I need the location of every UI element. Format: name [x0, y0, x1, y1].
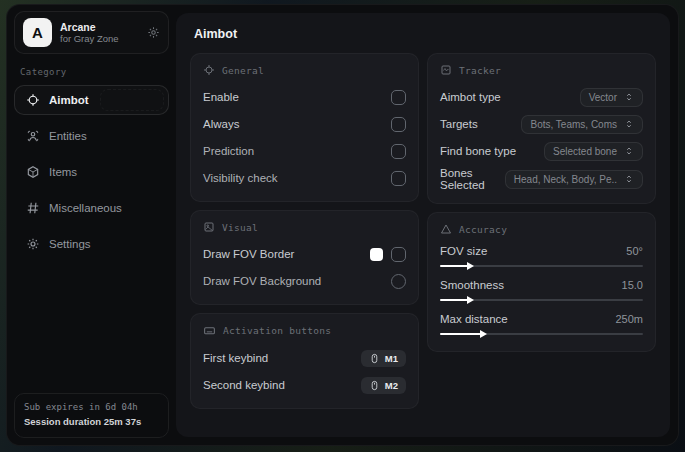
activity-icon — [440, 64, 452, 76]
app-window: A Arcane for Gray Zone Category — [6, 4, 679, 446]
mouse-icon — [369, 380, 380, 391]
keyboard-icon — [203, 324, 216, 337]
accuracy-card: Accuracy FOV size 50° — [427, 212, 656, 352]
bones-selected-dropdown[interactable]: Head, Neck, Body, Pe.. — [505, 170, 643, 189]
page-title: Aimbot — [194, 27, 656, 41]
second-keybind-row: Second keybind M2 — [203, 374, 406, 396]
visibility-check-label: Visibility check — [203, 172, 278, 184]
sidebar-item-settings[interactable]: Settings — [14, 229, 169, 259]
image-icon — [203, 221, 215, 233]
find-bone-type-label: Find bone type — [440, 145, 516, 157]
first-keybind-label: First keybind — [203, 352, 268, 364]
enable-label: Enable — [203, 91, 239, 103]
gear-icon — [25, 237, 40, 251]
fov-size-slider[interactable] — [440, 261, 643, 271]
second-keybind-button[interactable]: M2 — [361, 377, 406, 394]
chevron-up-down-icon — [624, 174, 634, 184]
max-distance-label: Max distance — [440, 313, 508, 325]
find-bone-type-dropdown[interactable]: Selected bone — [544, 142, 643, 161]
keybind-value: M2 — [385, 380, 398, 391]
aimbot-type-dropdown[interactable]: Vector — [580, 88, 643, 107]
chevron-up-down-icon — [624, 119, 634, 129]
targets-row: Targets Bots, Teams, Coms — [440, 113, 643, 135]
fov-border-color-swatch[interactable] — [370, 248, 383, 261]
prediction-checkbox[interactable] — [391, 144, 406, 159]
visibility-check-row: Visibility check — [203, 167, 406, 189]
bones-selected-row: Bones Selected Head, Neck, Body, Pe.. — [440, 167, 643, 191]
triangle-icon — [440, 223, 452, 235]
main-panel: Aimbot General — [176, 13, 670, 437]
activation-buttons-card: Activation buttons First keybind M1 — [190, 313, 419, 409]
aimbot-type-label: Aimbot type — [440, 91, 501, 103]
second-keybind-label: Second keybind — [203, 379, 285, 391]
targets-label: Targets — [440, 118, 478, 130]
settings-gear-icon[interactable] — [147, 26, 160, 39]
dropdown-value: Selected bone — [553, 146, 617, 157]
sidebar-item-label: Aimbot — [49, 94, 89, 106]
max-distance-value: 250m — [615, 313, 643, 325]
draw-fov-border-checkbox[interactable] — [391, 247, 406, 262]
ghost-artifact — [100, 89, 164, 111]
always-label: Always — [203, 118, 239, 130]
sidebar-item-label: Miscellaneous — [49, 202, 122, 214]
draw-fov-border-row: Draw FOV Border — [203, 243, 406, 265]
session-duration-text: Session duration 25m 37s — [24, 415, 159, 430]
always-row: Always — [203, 113, 406, 135]
dropdown-value: Vector — [589, 92, 617, 103]
sidebar: A Arcane for Gray Zone Category — [7, 5, 176, 445]
prediction-label: Prediction — [203, 145, 254, 157]
draw-fov-background-row: Draw FOV Background — [203, 270, 406, 292]
crosshair-icon — [25, 93, 40, 107]
prediction-row: Prediction — [203, 140, 406, 162]
sidebar-nav: Aimbot Entities — [14, 85, 169, 259]
always-checkbox[interactable] — [391, 117, 406, 132]
sub-expiry-text: Sub expires in 6d 04h — [24, 401, 159, 415]
first-keybind-row: First keybind M1 — [203, 347, 406, 369]
sidebar-item-aimbot[interactable]: Aimbot — [14, 85, 169, 115]
first-keybind-button[interactable]: M1 — [361, 350, 406, 367]
bones-selected-label: Bones Selected — [440, 167, 505, 191]
app-title: Arcane — [60, 21, 139, 34]
app-logo: A — [23, 18, 52, 47]
sidebar-item-miscellaneous[interactable]: Miscellaneous — [14, 193, 169, 223]
max-distance-group: Max distance 250m — [440, 313, 643, 339]
sidebar-item-label: Settings — [49, 238, 91, 250]
category-label: Category — [20, 67, 163, 77]
sidebar-item-items[interactable]: Items — [14, 157, 169, 187]
entities-icon — [25, 129, 40, 143]
dropdown-value: Bots, Teams, Coms — [530, 119, 617, 130]
targets-dropdown[interactable]: Bots, Teams, Coms — [521, 115, 643, 134]
enable-checkbox[interactable] — [391, 90, 406, 105]
subscription-info: Sub expires in 6d 04h Session duration 2… — [14, 393, 169, 438]
card-title: Visual — [222, 222, 258, 233]
app-subtitle: for Gray Zone — [60, 33, 139, 44]
fov-size-value: 50° — [626, 245, 643, 257]
aimbot-type-row: Aimbot type Vector — [440, 86, 643, 108]
draw-fov-background-checkbox[interactable] — [391, 274, 406, 289]
smoothness-group: Smoothness 15.0 — [440, 279, 643, 305]
crosshair-icon — [203, 64, 215, 76]
smoothness-slider[interactable] — [440, 295, 643, 305]
visibility-check-checkbox[interactable] — [391, 171, 406, 186]
chevron-up-down-icon — [624, 92, 634, 102]
card-title: Activation buttons — [223, 325, 331, 336]
sidebar-item-entities[interactable]: Entities — [14, 121, 169, 151]
sidebar-item-label: Items — [49, 166, 77, 178]
dropdown-value: Head, Neck, Body, Pe.. — [514, 174, 617, 185]
max-distance-slider[interactable] — [440, 329, 643, 339]
card-title: Accuracy — [459, 224, 507, 235]
smoothness-label: Smoothness — [440, 279, 504, 291]
draw-fov-background-label: Draw FOV Background — [203, 275, 321, 287]
mouse-icon — [369, 353, 380, 364]
card-title: Tracker — [459, 65, 501, 76]
brand-header: A Arcane for Gray Zone — [14, 11, 169, 54]
chevron-up-down-icon — [624, 146, 634, 156]
fov-size-label: FOV size — [440, 245, 487, 257]
smoothness-value: 15.0 — [622, 279, 643, 291]
draw-fov-border-label: Draw FOV Border — [203, 248, 294, 260]
hash-grid-icon — [25, 201, 40, 215]
sidebar-item-label: Entities — [49, 130, 87, 142]
visual-card: Visual Draw FOV Border Draw FOV Backgrou… — [190, 210, 419, 305]
find-bone-type-row: Find bone type Selected bone — [440, 140, 643, 162]
enable-row: Enable — [203, 86, 406, 108]
